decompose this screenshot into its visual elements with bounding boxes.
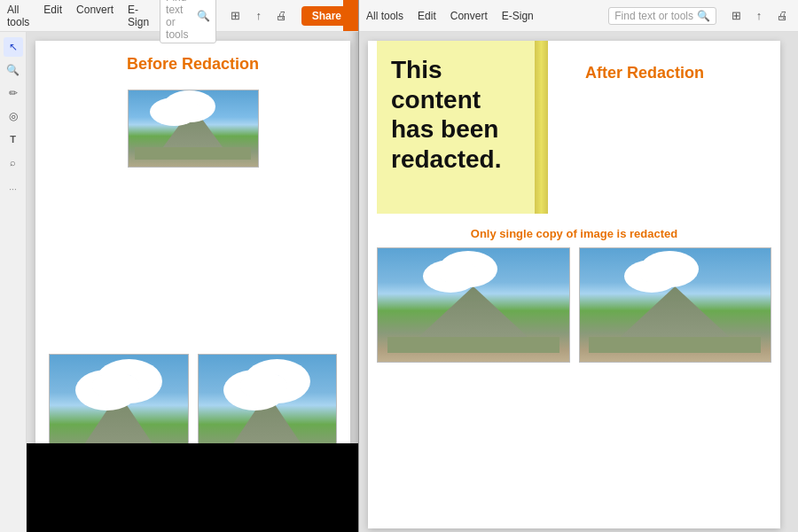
right-panel: All tools Edit Convert E-Sign Find text … [359, 0, 798, 532]
right-cloud-right [637, 262, 681, 284]
pen-tool[interactable]: ✏ [4, 83, 23, 103]
left-nav-convert[interactable]: Convert [76, 4, 113, 28]
right-mountain-right [579, 247, 772, 363]
sticky-stripe [535, 41, 548, 214]
right-nav-convert[interactable]: Convert [450, 10, 488, 22]
zoom-tool[interactable]: 🔍 [4, 60, 23, 80]
left-search-text: Find text or tools [166, 0, 193, 41]
more-tools[interactable]: ··· [4, 179, 23, 199]
right-nav-edit[interactable]: Edit [418, 10, 436, 22]
redacted-sticky: This content has been redacted. [377, 41, 541, 214]
right-upload-icon[interactable]: ↑ [750, 7, 768, 25]
after-title-container: After Redaction [541, 41, 780, 91]
left-nav: All tools Edit Convert E-Sign [7, 4, 149, 28]
right-search-text: Find text or tools [614, 10, 693, 22]
top-image-container [35, 90, 350, 168]
left-toolbar: All tools Edit Convert E-Sign Find text … [0, 0, 359, 32]
left-nav-alltools[interactable]: All tools [7, 4, 29, 28]
lasso-tool[interactable]: ◎ [4, 106, 23, 126]
right-nav-alltools[interactable]: All tools [366, 10, 403, 22]
right-content: This content has been redacted. After Re… [359, 32, 798, 532]
cloud-left [91, 372, 140, 399]
redacted-text: This content has been redacted. [391, 55, 527, 174]
left-search-box[interactable]: Find text or tools 🔍 [160, 0, 216, 43]
grid-icon[interactable]: ⊞ [227, 7, 245, 25]
right-top-section: This content has been redacted. After Re… [368, 41, 780, 214]
left-icons-group: ⊞ ↑ 🖨 [227, 7, 291, 25]
right-mountain-left [377, 247, 570, 363]
right-images-row [368, 247, 780, 372]
right-grid-icon[interactable]: ⊞ [727, 7, 745, 25]
right-cloud-left [435, 262, 480, 284]
right-search-box[interactable]: Find text or tools 🔍 [608, 7, 716, 25]
right-nav-esign[interactable]: E-Sign [502, 10, 534, 22]
right-page: This content has been redacted. After Re… [368, 41, 780, 528]
collapse-icon[interactable] [343, 0, 359, 31]
side-tools: ↖ 🔍 ✏ ◎ T ⌕ ··· [0, 32, 27, 532]
cloud-right [239, 372, 288, 399]
print-icon[interactable]: 🖨 [273, 7, 291, 25]
left-nav-edit[interactable]: Edit [43, 4, 62, 28]
search-tool[interactable]: ⌕ [4, 153, 23, 172]
right-icons-group: ⊞ ↑ 🖨 [727, 7, 791, 25]
only-single-copy-label: Only single copy of image is redacted [368, 214, 780, 247]
cursor-tool[interactable]: ↖ [4, 37, 23, 57]
before-redaction-title: Before Redaction [35, 41, 350, 82]
left-nav-esign[interactable]: E-Sign [128, 4, 149, 28]
right-search-icon: 🔍 [697, 10, 710, 22]
after-redaction-title: After Redaction [567, 50, 780, 91]
sticky-container: This content has been redacted. [368, 41, 541, 214]
right-toolbar: All tools Edit Convert E-Sign Find text … [359, 0, 798, 32]
black-bottom-left [0, 443, 359, 532]
left-search-icon: 🔍 [197, 10, 210, 22]
right-nav: All tools Edit Convert E-Sign [366, 10, 534, 22]
right-print-icon[interactable]: 🖨 [773, 7, 791, 25]
text-edit-tool[interactable]: T [4, 129, 23, 149]
panel-separator [358, 0, 359, 532]
top-landscape-image [128, 90, 259, 168]
top-cloud [160, 99, 200, 119]
upload-icon[interactable]: ↑ [250, 7, 268, 25]
left-page: Before Redaction [35, 41, 350, 491]
